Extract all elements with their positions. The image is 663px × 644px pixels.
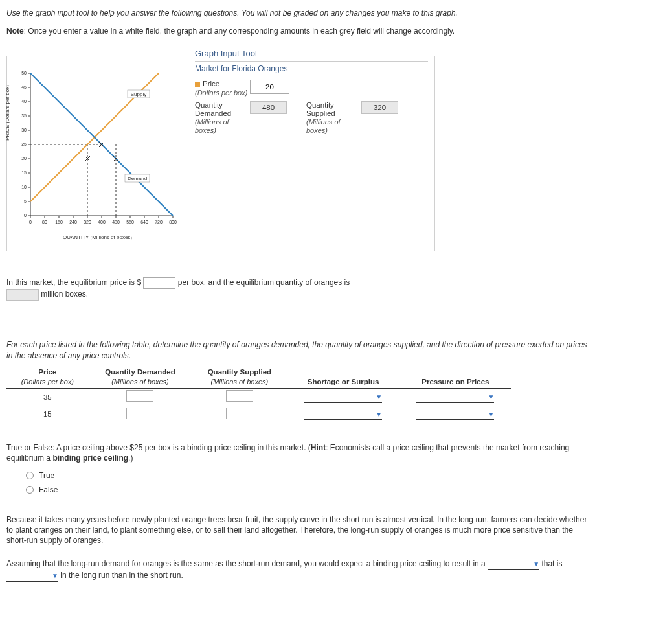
row1-ss-dropdown[interactable]: ▼ [304,392,382,403]
svg-text:10: 10 [21,185,27,189]
radio-icon [26,472,34,479]
svg-text:5: 5 [24,199,27,203]
q4-para: Because it takes many years before newly… [6,515,587,545]
svg-text:20: 20 [21,156,27,161]
qs-sublabel: (Millions of boxes) [306,118,341,134]
th-price: Price [38,368,56,376]
th-qd: Quantity Demanded [105,368,175,376]
graph-input-tool-container: 0 5 10 15 20 25 30 35 40 45 50 0 80 160 [6,56,435,251]
tool-subtitle: Market for Florida Oranges [195,64,428,73]
row2-price: 15 [6,406,89,424]
th-pp: Pressure on Prices [421,378,489,385]
radio-false-label: False [39,485,58,495]
qd-value: 480 [250,101,287,114]
svg-text:80: 80 [42,220,47,224]
svg-text:0: 0 [29,220,32,224]
radio-false[interactable]: False [26,485,589,495]
q4-line-a: Assuming that the long-run demand for or… [6,559,488,568]
th-qs-sub: (Millions of boxes) [199,377,279,387]
price-color-chip [195,82,200,87]
th-qd-sub: (Millions of boxes) [96,377,185,387]
q3-hint-label: Hint [311,443,326,452]
q3-text-a: True or False: A price ceiling above $25… [6,443,311,452]
svg-text:240: 240 [69,220,77,224]
q1-price-input[interactable] [143,277,175,289]
svg-text:0: 0 [24,213,27,218]
th-price-sub: (Dollars per box) [14,377,81,387]
chevron-down-icon: ▼ [52,571,58,581]
q1-quantity-output [6,289,39,301]
chevron-down-icon: ▼ [376,393,382,402]
svg-text:Supply: Supply [131,91,146,97]
intro-instructions: Use the graph input tool to help you ans… [6,8,458,17]
q4-line-b: that is [541,559,562,568]
radio-icon [26,486,34,494]
row2-qs-input[interactable] [226,408,253,419]
th-ss: Shortage or Surplus [308,378,379,385]
q4-dropdown-2[interactable]: ▼ [6,571,58,582]
svg-text:320: 320 [84,220,91,224]
svg-text:15: 15 [21,170,27,175]
table-row: 15 ▼ ▼ [6,406,511,424]
y-axis-label: PRICE (Dollars per box) [5,86,10,141]
svg-text:40: 40 [21,99,27,104]
th-qs: Quantity Supplied [208,368,271,376]
row1-pp-dropdown[interactable]: ▼ [416,392,494,403]
q4-line-c: in the long run than in the short run. [60,571,183,580]
qs-label: Quantity Supplied [306,101,335,117]
svg-text:720: 720 [155,220,163,224]
chevron-down-icon: ▼ [533,560,539,569]
price-input[interactable] [250,80,289,94]
y-ticks: 0 5 10 15 20 25 30 35 40 45 50 [21,71,30,218]
tool-title: Graph Input Tool [195,49,428,62]
x-axis-label: QUANTITY (Millions of boxes) [63,235,132,240]
row1-qs-input[interactable] [226,390,253,402]
supply-demand-chart[interactable]: 0 5 10 15 20 25 30 35 40 45 50 0 80 160 [7,63,188,244]
row1-qd-input[interactable] [126,390,153,402]
chevron-down-icon: ▼ [488,410,494,419]
chevron-down-icon: ▼ [376,410,382,419]
svg-text:800: 800 [169,220,177,224]
qs-value: 320 [361,101,398,114]
svg-text:560: 560 [126,220,134,224]
row1-price: 35 [6,389,89,406]
svg-text:45: 45 [21,85,27,89]
svg-text:640: 640 [140,220,148,224]
svg-text:400: 400 [98,220,106,224]
row2-ss-dropdown[interactable]: ▼ [304,409,382,420]
row2-pp-dropdown[interactable]: ▼ [416,409,494,420]
qd-sublabel: (Millions of boxes) [195,118,229,134]
note-body: : Once you enter a value in a white fiel… [24,27,455,36]
price-table: Price(Dollars per box) Quantity Demanded… [6,366,511,423]
input-tool-panel: Graph Input Tool Market for Florida Oran… [188,56,434,251]
x-ticks: 0 80 160 240 320 400 480 560 640 720 800 [29,216,177,224]
qd-label: Quantity Demanded [195,101,231,117]
chevron-down-icon: ▼ [488,393,494,402]
q3-text-c: .) [128,454,133,463]
radio-true-label: True [39,470,54,481]
note-label: Note [6,27,24,36]
chart-panel[interactable]: 0 5 10 15 20 25 30 35 40 45 50 0 80 160 [7,63,188,244]
svg-text:480: 480 [112,220,120,224]
svg-text:Demand: Demand [128,176,147,181]
q2-prompt: For each price listed in the following t… [6,340,587,360]
svg-text:25: 25 [21,142,27,146]
table-row: 35 ▼ ▼ [6,389,511,406]
q1-text-tail: million boxes. [41,290,88,299]
q1-text-pre: In this market, the equilibrium price is… [6,279,141,288]
row2-qd-input[interactable] [126,408,153,419]
svg-text:35: 35 [21,113,27,118]
radio-true[interactable]: True [26,470,589,481]
q4-dropdown-1[interactable]: ▼ [488,559,539,570]
price-label: Price [203,80,219,87]
q1-text-mid: per box, and the equilibrium quantity of… [178,279,350,288]
svg-text:30: 30 [21,128,27,132]
svg-text:160: 160 [55,220,63,224]
price-sublabel: (Dollars per box) [195,89,247,97]
svg-text:50: 50 [21,71,27,75]
q3-bold-term: binding price ceiling [52,454,128,463]
